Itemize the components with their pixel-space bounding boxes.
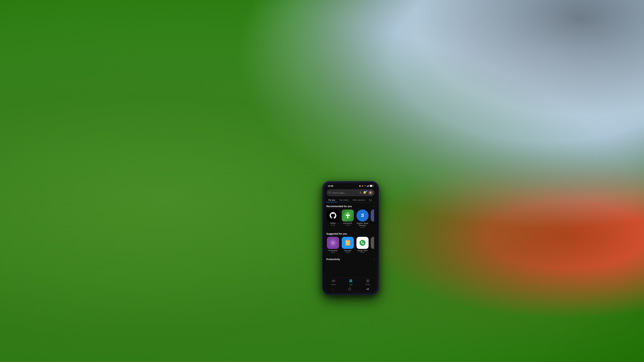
main-content: Recommended for you › [324,202,377,278]
bottom-nav-apps[interactable]: Apps [349,279,352,285]
suggested-apps-row: Tor Browser 4.3 ★ [326,237,375,255]
app-github[interactable]: GitHub 4.7 ★ [326,210,340,228]
svg-point-31 [346,242,347,243]
app-name-automate: Automate [344,250,351,252]
bottom-nav-books[interactable]: Books [366,279,370,285]
content-area: Recommended for you › [324,202,377,263]
svg-point-32 [348,242,349,243]
recommended-title: Recommended for you [326,205,352,208]
suggested-section-header: Suggested for you [326,230,375,237]
battery-icon [370,185,374,187]
app-keepassdx[interactable]: KeePassDX 4.7 ★ [341,210,354,228]
user-avatar[interactable]: R [368,191,373,195]
app-google-voice[interactable]: Google Voice 4.3 ★ [356,237,369,253]
tab-kids[interactable]: Kid [367,198,372,202]
productivity-title: Productivity [326,258,340,261]
partial-app-suggested [371,237,374,253]
search-icon [328,191,331,194]
productivity-section-header: Productivity › [326,255,375,263]
status-time: 14:26 [328,185,333,187]
app-name-tor: Tor Browser [328,250,337,252]
apps-icon [349,279,352,283]
app-icon-automate [342,237,354,249]
home-button[interactable] [348,288,351,291]
games-label: Games [331,284,336,285]
app-rating-github: 4.7 ★ [331,224,335,226]
partial-app-recommended [371,210,374,228]
back-button[interactable]: ‹ [332,288,333,291]
svg-point-40 [334,281,334,281]
app-icon-github [327,210,339,222]
svg-point-48 [348,288,351,290]
productivity-arrow[interactable]: › [374,258,374,261]
svg-point-35 [360,240,366,246]
status-icons: ⏰ 🔕 [359,185,374,187]
app-tor-browser[interactable]: Tor Browser 4.3 ★ [326,237,340,253]
svg-rect-41 [350,280,350,281]
svg-rect-50 [368,288,368,290]
app-rating-keepassdx: 4.7 ★ [346,224,350,226]
recommended-apps-row: GitHub 4.7 ★ [326,210,375,230]
svg-rect-44 [351,281,352,282]
books-label: Books [366,284,370,285]
phone-screen: 14:26 ⏰ 🔕 [324,183,377,293]
svg-rect-42 [351,280,352,281]
svg-rect-3 [368,185,368,187]
svg-rect-2 [368,186,368,187]
tor-icon-bg [327,237,339,249]
wifi-icon [364,185,366,187]
app-rating-tor: 4.3 ★ [331,252,335,253]
svg-rect-6 [373,185,373,186]
app-name-github: GitHub [330,222,336,224]
mic-icon[interactable] [359,191,362,194]
status-bar: 14:26 ⏰ 🔕 [324,183,377,188]
svg-rect-33 [347,240,348,241]
recents-button[interactable] [366,288,369,291]
app-rating-shazam: 4.7 ★ [360,226,364,228]
books-icon [366,279,370,283]
bottom-nav-games[interactable]: Games [331,279,336,285]
svg-rect-51 [368,288,369,290]
app-icon-google-voice [356,237,368,249]
github-icon-bg [327,210,339,222]
svg-rect-1 [367,186,368,187]
mute-icon: 🔕 [362,185,363,187]
svg-point-16 [347,214,348,215]
bottom-navigation: Games Apps [324,278,377,286]
svg-rect-4 [369,185,369,187]
app-icon-tor [327,237,339,249]
alarm-icon: ⏰ [359,185,361,187]
svg-point-8 [329,192,330,193]
svg-rect-10 [360,192,361,193]
svg-line-9 [330,193,331,194]
tab-other-devices[interactable]: Other devices [350,198,367,202]
app-name-keepassdx: KeePassDX [343,222,352,224]
tab-for-you[interactable]: For you [326,198,337,202]
app-name-google-voice: Google Voice [358,250,368,252]
shazam-icon-bg: S [356,210,368,222]
search-placeholder: Search apps... [332,192,358,194]
app-icon-shazam: S [356,210,368,222]
app-rating-google-voice: 4.3 ★ [360,252,364,253]
svg-rect-28 [346,240,350,246]
google-voice-icon-bg [356,237,368,249]
tab-top-charts[interactable]: Top charts [337,198,350,202]
notification-badge[interactable]: 🔔 1 [363,191,367,195]
app-automate[interactable]: Automate 4.5 ★ [341,237,354,253]
svg-rect-7 [370,185,372,187]
app-icon-keepassdx [342,210,354,222]
background-overlay [0,0,644,362]
games-icon [332,279,335,283]
app-shazam[interactable]: S Shazam: Music Discovery 4.7 ★ [356,210,369,228]
keepassdx-icon-bg [342,210,354,222]
navigation-tabs: For you Top charts Other devices Kid [324,198,377,202]
recommended-section-header: Recommended for you › [326,202,375,210]
svg-rect-43 [350,281,350,282]
search-bar[interactable]: Search apps... 🔔 1 R [326,189,375,196]
recommended-arrow[interactable]: › [374,205,374,208]
svg-text:S: S [361,213,364,218]
app-rating-automate: 4.5 ★ [346,252,350,253]
svg-point-23 [332,242,334,244]
notification-count: 1 [365,190,368,192]
suggested-title: Suggested for you [326,232,347,235]
